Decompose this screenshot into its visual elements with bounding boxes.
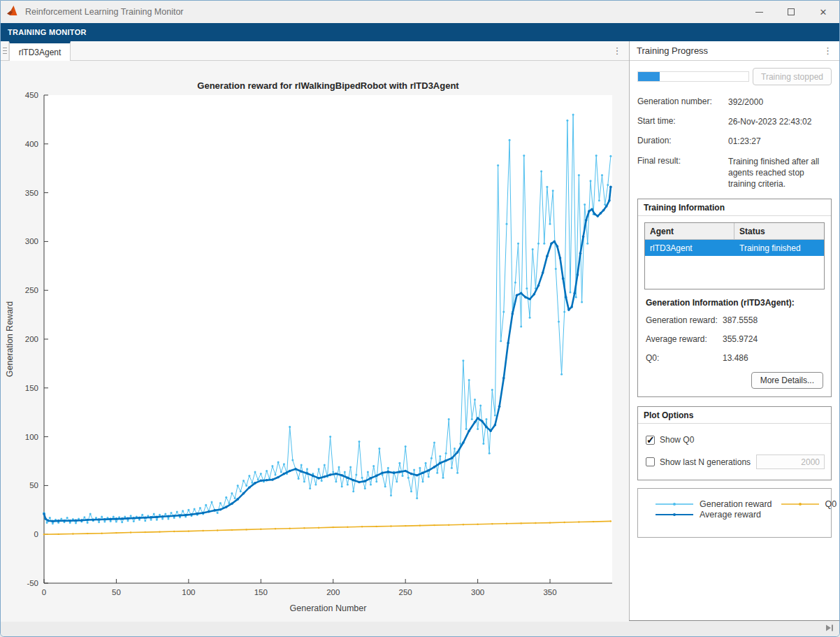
svg-text:200: 200 (326, 588, 340, 596)
show-last-n-checkbox[interactable] (646, 457, 655, 466)
chart-svg: 050100150200250300350-500501001502002503… (1, 61, 629, 622)
svg-text:Generation Reward: Generation Reward (5, 301, 15, 377)
document-tab-bar: rlTD3Agent ⋮ (1, 41, 629, 61)
show-last-n-option: Show last N generations (646, 455, 825, 469)
show-last-n-label: Show last N generations (660, 457, 751, 467)
svg-text:Generation reward for rlWalkin: Generation reward for rlWalkingBipedRobo… (197, 80, 459, 91)
minimize-button[interactable] (743, 1, 775, 23)
maximize-button[interactable] (775, 1, 807, 23)
q0-label: Q0: (646, 353, 723, 363)
generation-number-value: 392/2000 (728, 96, 832, 108)
tabbar-grip-handle[interactable] (1, 41, 9, 60)
q0-line-swatch (781, 501, 820, 508)
plot-options-panel: Plot Options Show Q0 Show last N generat… (637, 406, 832, 480)
table-empty-area (645, 256, 824, 289)
svg-text:250: 250 (399, 588, 412, 596)
start-time-value: 26-Nov-2023 22:43:02 (728, 116, 832, 127)
progress-info: Generation number: 392/2000 Start time: … (637, 96, 832, 189)
progress-bar (637, 71, 749, 82)
agent-cell: rlTD3Agent (645, 240, 734, 256)
grip-icon (3, 48, 7, 54)
show-q0-checkbox[interactable] (646, 436, 655, 445)
svg-text:Generation Number: Generation Number (290, 603, 367, 613)
chart-legend: Generation reward Average reward (637, 488, 832, 538)
duration-value: 01:23:27 (728, 136, 832, 147)
document-area: rlTD3Agent ⋮ 050100150200250300350-50050… (1, 41, 630, 620)
svg-text:100: 100 (25, 433, 38, 441)
plot-options-header: Plot Options (638, 407, 831, 424)
svg-text:250: 250 (25, 286, 38, 294)
legend-item-q0: Q0 (781, 499, 837, 509)
table-row[interactable]: rlTD3Agent Training finished (645, 240, 824, 256)
panel-options-menu-icon[interactable]: ⋮ (823, 46, 832, 55)
generation-reward-value: 387.5558 (723, 315, 758, 325)
toolstrip-tab-training-monitor[interactable]: TRAINING MONITOR (1, 23, 839, 41)
generation-information-header: Generation Information (rlTD3Agent): (646, 298, 825, 308)
close-button[interactable]: ✕ (807, 1, 839, 23)
legend-label: Generation reward (700, 499, 772, 509)
q0-value: 13.486 (723, 353, 748, 363)
column-status: Status (734, 227, 824, 236)
svg-text:0: 0 (42, 588, 46, 596)
generation-reward-line-swatch (655, 501, 694, 508)
toolstrip-tab-label: TRAINING MONITOR (8, 28, 87, 36)
average-reward-label: Average reward: (646, 334, 723, 344)
generation-reward-label: Generation reward: (646, 315, 723, 325)
svg-text:-50: -50 (27, 579, 38, 587)
more-details-button[interactable]: More Details... (751, 372, 823, 389)
svg-text:50: 50 (29, 481, 38, 489)
svg-text:200: 200 (25, 335, 38, 343)
status-bar (1, 620, 839, 636)
last-n-input[interactable] (756, 455, 825, 469)
generation-number-label: Generation number: (637, 96, 728, 108)
legend-item-average-reward: Average reward (655, 509, 772, 520)
svg-text:300: 300 (471, 588, 484, 596)
agent-status-table: Agent Status rlTD3Agent Training finishe… (644, 222, 825, 289)
training-information-panel: Training Information Agent Status rlTD3A… (637, 199, 832, 397)
window-title: Reinforcement Learning Training Monitor (25, 7, 184, 17)
dock-right-icon[interactable] (825, 622, 834, 635)
svg-text:300: 300 (25, 237, 38, 245)
training-stopped-button[interactable]: Training stopped (753, 68, 832, 85)
average-reward-line-swatch (655, 511, 694, 518)
tab-rltd3agent[interactable]: rlTD3Agent (9, 41, 71, 61)
final-result-label: Final result: (637, 156, 728, 190)
tab-options-menu-icon[interactable]: ⋮ (605, 41, 629, 60)
matlab-logo-icon (7, 6, 19, 19)
svg-text:100: 100 (182, 588, 195, 596)
svg-text:400: 400 (25, 140, 38, 148)
legend-label: Q0 (825, 499, 837, 509)
svg-text:50: 50 (112, 588, 121, 596)
column-agent: Agent (645, 223, 734, 239)
start-time-label: Start time: (637, 116, 728, 127)
legend-item-generation-reward: Generation reward (655, 499, 772, 509)
training-progress-title: Training Progress (637, 45, 708, 56)
svg-text:350: 350 (25, 189, 38, 197)
svg-text:0: 0 (34, 530, 38, 538)
average-reward-value: 355.9724 (723, 334, 758, 344)
training-progress-panel: Training Progress ⋮ Training stopped Gen… (630, 41, 839, 620)
svg-text:150: 150 (254, 588, 268, 596)
svg-text:450: 450 (25, 91, 38, 99)
svg-text:150: 150 (25, 384, 38, 392)
duration-label: Duration: (637, 136, 728, 147)
progress-fill (638, 72, 660, 81)
show-q0-option: Show Q0 (646, 435, 825, 445)
svg-text:350: 350 (543, 588, 556, 596)
training-information-header: Training Information (638, 199, 831, 216)
show-q0-label: Show Q0 (660, 435, 694, 445)
title-bar: Reinforcement Learning Training Monitor … (1, 1, 839, 23)
app-window: Reinforcement Learning Training Monitor … (0, 0, 840, 637)
final-result-value: Training finished after all agents reach… (728, 156, 832, 190)
legend-label: Average reward (700, 510, 761, 520)
chart-figure: 050100150200250300350-500501001502002503… (1, 61, 629, 622)
tab-label: rlTD3Agent (19, 48, 61, 57)
table-header-row: Agent Status (645, 223, 824, 240)
status-cell: Training finished (734, 243, 824, 253)
